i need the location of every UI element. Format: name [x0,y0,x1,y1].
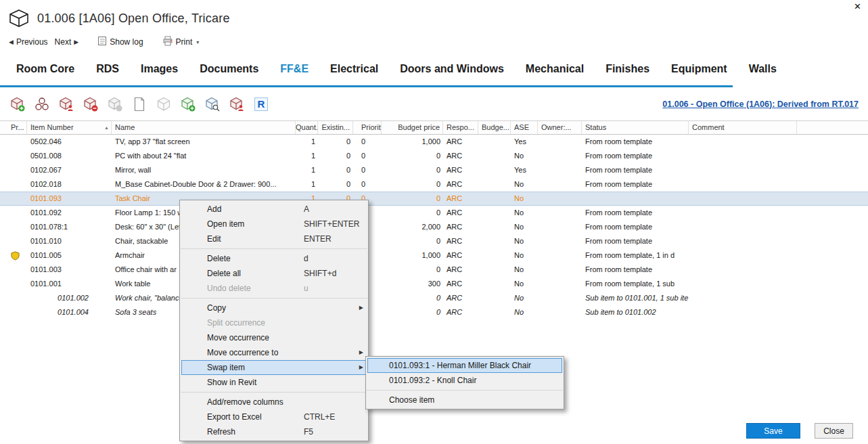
menu-item-export-to-excel[interactable]: Export to ExcelCTRL+E [180,409,368,424]
menu-item-delete-all[interactable]: Delete allSHIFT+d [180,266,368,281]
menu-item-edit[interactable]: EditENTER [180,231,368,246]
table-row-0502-046[interactable]: 0502.046TV, app 37 "flat screen1001,000A… [0,135,868,149]
menu-item-move-occurrence-to[interactable]: Move occurrence to▶ [180,345,368,360]
tab-doors-and-windows[interactable]: Doors and Windows [389,63,515,75]
cell-item-number: 0101.010 [27,234,112,248]
show-log-button[interactable]: Show log [94,35,146,49]
table-row-0101-005[interactable]: 0101.005Armchair1,000ARCNoFrom room temp… [0,248,868,263]
table-row-0101-002[interactable]: 0101.002Work chair, "balance"0ARCNoSub i… [0,291,868,305]
cell-quantity: 1 [296,177,318,192]
column-header-existin[interactable]: Existin... [318,121,353,134]
menu-item-refresh[interactable]: RefreshF5 [180,424,368,439]
cell-quantity: 1 [296,163,318,177]
column-label: Quant... [296,123,318,131]
cell-ase: No [511,220,538,234]
table-row-0501-008[interactable]: 0501.008PC with about 24 "flat1000ARCNoF… [0,149,868,163]
cell-owner [538,220,582,234]
submenu-arrow-icon: ▶ [359,360,363,375]
tab-ff-e[interactable]: FF&E [269,63,319,75]
submenu-arrow-icon: ▶ [359,301,363,315]
menu-item-move-occurrence[interactable]: Move occurrence [180,330,368,345]
save-button[interactable]: Save [746,423,800,439]
submenu-item-0101-093-1-herman-miller-black-chair[interactable]: 0101.093:1 - Herman Miller Black Chair [367,358,562,373]
close-button[interactable]: Close [815,423,853,439]
tab-documents[interactable]: Documents [189,63,269,75]
column-header-priority[interactable]: Priority [353,121,382,134]
table-row-0101-078-1[interactable]: 0101.078:1Desk: 60" x 30" (Lef2,000ARCNo… [0,220,868,234]
occurrence-person-icon[interactable] [58,96,74,112]
column-header-respo[interactable]: Respo... [443,121,478,134]
column-header-owner[interactable]: Owner:... [538,121,582,134]
cell-owner [538,234,582,248]
cube-add-icon[interactable] [180,96,196,112]
new-document-icon[interactable] [131,96,147,112]
submenu-item-choose-item[interactable]: Choose item [366,393,564,407]
add-occurrence-icon[interactable] [9,96,26,112]
table-row-0101-001[interactable]: 0101.001Work table300ARCNoFrom room temp… [0,277,868,291]
column-header-status[interactable]: Status [582,121,689,134]
cell-name: M_Base Cabinet-Double Door & 2 Drawer: 9… [112,177,296,192]
cell-item-number: 0502.046 [27,135,112,149]
column-header-item-number[interactable]: Item Number▲ [27,121,112,134]
cell-ase: No [511,234,538,248]
occurrence-remove-icon[interactable] [83,96,99,112]
cell-pr [0,277,27,291]
tab-equipment[interactable]: Equipment [660,63,738,75]
menu-item-add-remove-columns[interactable]: Add/remove columns [180,395,368,409]
cell-existing: 0 [318,163,353,177]
column-header-name[interactable]: Name [112,121,296,134]
menu-item-swap-item[interactable]: Swap item▶ [181,360,367,375]
cell-responsible: ARC [443,305,478,319]
column-header-budget-price[interactable]: Budget price [382,121,443,134]
window-close-icon[interactable]: ✕ [854,2,861,11]
cube-search-icon[interactable] [204,96,221,112]
cell-item-number: 0501.008 [27,149,112,163]
cell-ase: No [511,248,538,263]
occurrence-group-icon[interactable] [34,96,50,112]
cell-item-number: 0101.004 [27,305,112,319]
revit-icon[interactable]: R [253,96,269,112]
table-row-0102-067[interactable]: 0102.067Mirror, wall1000ARCYesFrom room … [0,163,868,177]
cell-item-number: 0101.003 [27,263,112,277]
revit-letter: R [254,97,268,111]
table-row-0102-018[interactable]: 0102.018M_Base Cabinet-Double Door & 2 D… [0,177,868,192]
next-button[interactable]: Next ▶ [51,36,83,48]
menu-item-open-item[interactable]: Open itemSHIFT+ENTER [180,217,368,231]
tab-walls[interactable]: Walls [738,63,787,75]
derived-from-link[interactable]: 01.006 - Open Office (1A06): Derived fro… [662,99,859,109]
cell-responsible: ARC [443,135,478,149]
cell-pr [0,135,27,149]
tab-electrical[interactable]: Electrical [319,63,389,75]
table-row-0101-092[interactable]: 0101.092Floor Lamp 1: 150 w0ARCNoFrom ro… [0,206,868,220]
table-row-0101-093[interactable]: 0101.093Task Chair1000ARCNo [0,192,868,206]
menu-item-label: Split occurrence [207,318,265,328]
submenu-item-0101-093-2-knoll-chair[interactable]: 0101.093:2 - Knoll Chair [366,373,564,388]
tab-finishes[interactable]: Finishes [595,63,660,75]
column-header-ase[interactable]: ASE [511,121,538,134]
tab-images[interactable]: Images [130,63,189,75]
menu-item-show-in-revit[interactable]: Show in Revit [180,375,368,390]
occurrence-disabled-icon[interactable] [107,96,123,112]
print-button[interactable]: Print ▾ [159,35,203,49]
column-header-pr[interactable]: Pr... [0,121,27,134]
cell-pr [0,263,27,277]
column-header-budge[interactable]: Budge... [478,121,511,134]
previous-button[interactable]: ◀ Previous [5,36,51,48]
tab-mechanical[interactable]: Mechanical [515,63,595,75]
cell-responsible: ARC [443,149,478,163]
column-header-quant[interactable]: Quant... [296,121,318,134]
tab-room-core[interactable]: Room Core [5,63,85,75]
table-row-0101-004[interactable]: 0101.004Sofa 3 seats0ARCNoSub item to 01… [0,305,868,319]
column-header-comment[interactable]: Comment [689,121,797,134]
menu-item-delete[interactable]: Deleted [180,251,368,266]
tab-rds[interactable]: RDS [85,63,130,75]
cell-existing: 0 [318,135,353,149]
cube-outline-icon[interactable] [156,96,172,112]
menu-item-add[interactable]: AddA [180,202,368,217]
menu-item-copy[interactable]: Copy▶ [180,301,368,315]
table-row-0101-003[interactable]: 0101.003Office chair with ar0ARCNoFrom r… [0,263,868,277]
cell-priority: 0 [353,135,382,149]
menu-item-shortcut: ENTER [304,231,332,246]
table-row-0101-010[interactable]: 0101.010Chair, stackable0ARCNoFrom room … [0,234,868,248]
cube-person-icon[interactable] [229,96,245,112]
